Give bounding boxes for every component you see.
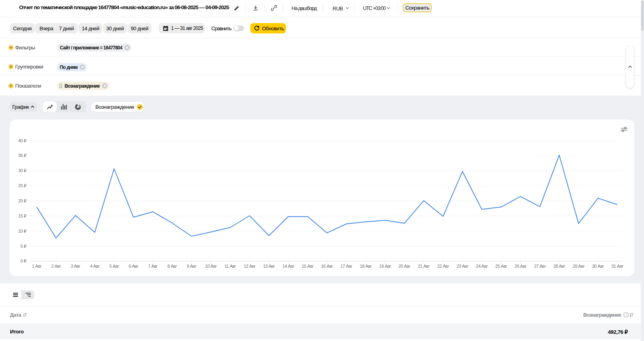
svg-text:7 Авг: 7 Авг: [148, 264, 158, 268]
svg-text:3 Авг: 3 Авг: [71, 264, 80, 268]
svg-text:14 Авг: 14 Авг: [282, 264, 294, 268]
svg-text:29 Авг: 29 Авг: [573, 264, 585, 268]
svg-text:8 Авг: 8 Авг: [167, 264, 177, 268]
svg-text:17 Авг: 17 Авг: [341, 264, 353, 268]
svg-text:19 Авг: 19 Авг: [379, 264, 391, 268]
svg-text:2 Авг: 2 Авг: [51, 264, 61, 268]
svg-text:15 Авг: 15 Авг: [302, 264, 314, 268]
svg-text:30 Авг: 30 Авг: [592, 264, 604, 268]
svg-text:6 Авг: 6 Авг: [129, 264, 138, 268]
svg-text:4 Авг: 4 Авг: [90, 264, 100, 268]
svg-text:10 Авг: 10 Авг: [205, 264, 217, 268]
svg-text:?: ?: [625, 313, 627, 317]
svg-text:15 ₽: 15 ₽: [18, 214, 27, 218]
svg-text:23 Авг: 23 Авг: [457, 264, 469, 268]
svg-text:28 Авг: 28 Авг: [553, 264, 565, 268]
svg-text:25 Авг: 25 Авг: [495, 264, 507, 268]
svg-text:25 ₽: 25 ₽: [18, 183, 27, 188]
svg-text:9 Авг: 9 Авг: [187, 264, 196, 268]
svg-text:5 Авг: 5 Авг: [109, 264, 119, 268]
svg-text:27 Авг: 27 Авг: [534, 264, 546, 268]
svg-text:12 Авг: 12 Авг: [244, 264, 256, 268]
svg-text:5 ₽: 5 ₽: [20, 244, 26, 249]
svg-text:1 Авг: 1 Авг: [32, 264, 41, 268]
svg-text:35 ₽: 35 ₽: [18, 153, 27, 158]
svg-text:20 ₽: 20 ₽: [18, 198, 27, 203]
svg-text:10 ₽: 10 ₽: [18, 229, 27, 233]
svg-text:16 Авг: 16 Авг: [321, 264, 333, 268]
svg-text:22 Авг: 22 Авг: [437, 264, 449, 268]
svg-text:20 Авг: 20 Авг: [398, 264, 410, 268]
svg-text:0 ₽: 0 ₽: [20, 259, 26, 263]
svg-text:21 Авг: 21 Авг: [418, 264, 430, 268]
svg-text:11 Авг: 11 Авг: [225, 264, 236, 268]
svg-text:24 Авг: 24 Авг: [476, 264, 488, 268]
svg-text:31 Авг: 31 Авг: [611, 264, 623, 268]
svg-text:13 Авг: 13 Авг: [263, 264, 275, 268]
svg-text:18 Авг: 18 Авг: [360, 264, 372, 268]
svg-text:40 ₽: 40 ₽: [18, 138, 27, 143]
svg-text:26 Авг: 26 Авг: [515, 264, 527, 268]
svg-text:30 ₽: 30 ₽: [18, 168, 27, 173]
